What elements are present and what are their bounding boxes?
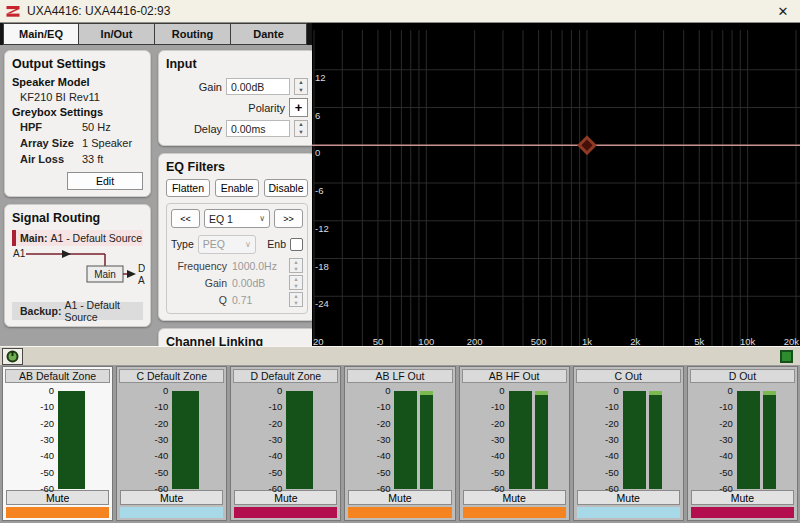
zone-color-bar [6, 507, 109, 518]
disable-button[interactable]: Disable [264, 179, 308, 197]
main-source-row[interactable]: Main: A1 - Default Source [12, 230, 143, 246]
meter-strip[interactable]: AB Default Zone 0-10-20-30-40-50-60 Mute [2, 366, 113, 521]
title-bar: UXA4416: UXA4416-02:93 ✕ [0, 0, 800, 23]
output-settings-title: Output Settings [12, 57, 143, 71]
close-icon[interactable]: ✕ [772, 1, 794, 21]
edit-button[interactable]: Edit [67, 172, 143, 190]
meter-bars [172, 391, 199, 489]
speaker-model-label: Speaker Model [12, 76, 143, 91]
channel-linking-panel: Channel Linking ▾ Not Linked [158, 328, 312, 346]
filter-type-select[interactable]: PEQ ∨ [198, 235, 256, 254]
meter-strip[interactable]: D Out 0-10-20-30-40-50-60 Mute [687, 366, 798, 521]
hpf-row: HPF 50 Hz [12, 121, 143, 137]
svg-text:5k: 5k [694, 336, 704, 346]
enable-button[interactable]: Enable [215, 179, 259, 197]
meter-strip[interactable]: D Default Zone 0-10-20-30-40-50-60 Mute [230, 366, 341, 521]
svg-text:50: 50 [373, 336, 384, 346]
meter-body: 0-10-20-30-40-50-60 [574, 384, 683, 489]
frequency-spinner[interactable]: ▲▼ [289, 258, 303, 273]
meter-scale-tick: -60 [258, 484, 282, 494]
meter-strip[interactable]: AB LF Out 0-10-20-30-40-50-60 Mute [344, 366, 455, 521]
enb-checkbox[interactable] [290, 238, 303, 251]
hpf-value: 50 Hz [82, 121, 111, 137]
svg-text:20k: 20k [784, 336, 800, 346]
mute-button[interactable]: Mute [120, 490, 223, 505]
spin-down-icon[interactable]: ▼ [295, 87, 307, 95]
svg-text:6: 6 [315, 110, 320, 121]
eq-filters-panel: EQ Filters Flatten Enable Disable << EQ … [158, 153, 312, 321]
mute-button[interactable]: Mute [577, 490, 680, 505]
svg-text:500: 500 [531, 336, 547, 346]
meter-scale-tick: -60 [709, 484, 733, 494]
spin-down-icon[interactable]: ▼ [290, 300, 302, 307]
gain-spinner[interactable]: ▲▼ [294, 78, 308, 95]
meter-scale-tick: -30 [595, 435, 619, 445]
limiter-meter [535, 391, 548, 489]
power-button[interactable] [2, 348, 23, 365]
delay-spinner[interactable]: ▲▼ [294, 120, 308, 137]
meter-strip-title[interactable]: D Out [690, 369, 795, 383]
polarity-button[interactable]: + [289, 98, 308, 117]
mute-button[interactable]: Mute [234, 490, 337, 505]
mute-button[interactable]: Mute [348, 490, 451, 505]
eq-gain-spinner[interactable]: ▲▼ [289, 275, 303, 290]
meter-strip-title[interactable]: C Default Zone [119, 369, 224, 383]
meter-strip-title[interactable]: AB LF Out [347, 369, 452, 383]
level-meter [623, 391, 646, 489]
backup-source-label: Backup: [20, 305, 61, 317]
chevron-down-icon: ∨ [259, 214, 265, 223]
channel-linking-title: Channel Linking [166, 335, 308, 346]
level-meter [509, 391, 532, 489]
delay-field[interactable]: 0.00ms [226, 120, 290, 137]
meter-bars [394, 391, 433, 489]
tab-dante[interactable]: Dante [231, 23, 307, 45]
frequency-label: Frequency [177, 260, 227, 272]
meter-toolbar [0, 346, 800, 365]
meter-scale: 0-10-20-30-40-50-60 [595, 391, 619, 489]
spin-down-icon[interactable]: ▼ [295, 129, 307, 137]
spin-down-icon[interactable]: ▼ [290, 266, 302, 273]
meter-strip-title[interactable]: D Default Zone [233, 369, 338, 383]
air-loss-value: 33 ft [82, 153, 103, 169]
zone-color-bar [463, 507, 566, 518]
svg-text:10k: 10k [740, 336, 756, 346]
meter-strip[interactable]: C Default Zone 0-10-20-30-40-50-60 Mute [116, 366, 227, 521]
tab-bar: Main/EQ In/Out Routing Dante [0, 23, 312, 45]
limiter-meter [649, 391, 662, 489]
tab-main-eq[interactable]: Main/EQ [3, 23, 79, 45]
flatten-button[interactable]: Flatten [166, 179, 210, 197]
meter-strip-label: AB Default Zone [19, 370, 96, 382]
mute-button[interactable]: Mute [463, 490, 566, 505]
mute-button[interactable]: Mute [691, 490, 794, 505]
eq-gain-value: 0.00dB [232, 277, 284, 289]
spin-up-icon[interactable]: ▲ [295, 121, 307, 129]
meter-scale: 0-10-20-30-40-50-60 [30, 391, 54, 489]
meter-strip-title[interactable]: AB HF Out [462, 369, 567, 383]
level-meter [286, 391, 313, 489]
spin-up-icon[interactable]: ▲ [295, 79, 307, 87]
mute-button[interactable]: Mute [6, 490, 109, 505]
meter-strip-title[interactable]: AB Default Zone [5, 369, 110, 383]
next-eq-button[interactable]: >> [274, 209, 303, 228]
meter-strip-title[interactable]: C Out [576, 369, 681, 383]
prev-eq-button[interactable]: << [171, 209, 200, 228]
meter-strip[interactable]: AB HF Out 0-10-20-30-40-50-60 Mute [459, 366, 570, 521]
meters-section: AB Default Zone 0-10-20-30-40-50-60 Mute… [0, 346, 800, 523]
eq-point-handle[interactable] [579, 137, 595, 153]
spin-down-icon[interactable]: ▼ [290, 283, 302, 290]
meter-scale-tick: -50 [144, 468, 168, 478]
q-spinner[interactable]: ▲▼ [289, 292, 303, 307]
eq-band-select[interactable]: EQ 1 ∨ [204, 209, 270, 228]
input-title: Input [166, 57, 308, 71]
eq-response-graph[interactable]: 1260-6-12-18-2420501002005001k2k5k10k20k [312, 23, 800, 346]
tab-in-out[interactable]: In/Out [79, 23, 155, 45]
gain-field[interactable]: 0.00dB [226, 78, 290, 95]
backup-source-row[interactable]: Backup: A1 - Default Source [12, 302, 143, 320]
meter-strip[interactable]: C Out 0-10-20-30-40-50-60 Mute [573, 366, 684, 521]
meter-scale-tick: -20 [595, 419, 619, 429]
svg-text:-6: -6 [315, 185, 323, 196]
filter-type-value: PEQ [203, 238, 225, 250]
main-source-value: A1 - Default Source [50, 232, 142, 244]
tab-routing[interactable]: Routing [155, 23, 231, 45]
meter-scale-tick: -40 [481, 451, 505, 461]
